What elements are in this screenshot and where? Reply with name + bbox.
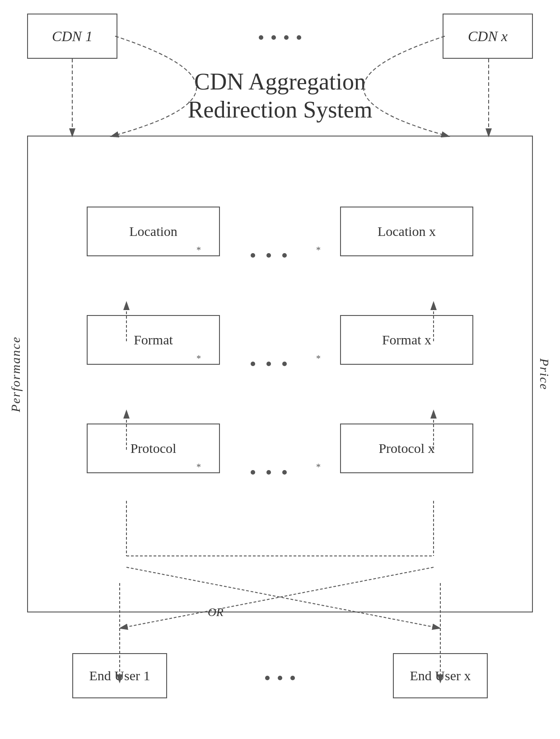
cdn1-box: CDN 1 bbox=[27, 14, 117, 59]
performance-label: Performance bbox=[7, 136, 25, 612]
enduserx-box: End User x bbox=[393, 653, 488, 698]
cdnx-label: CDN x bbox=[468, 28, 508, 45]
or-label: OR bbox=[208, 606, 224, 619]
enduser1-label: End User 1 bbox=[89, 668, 150, 683]
protocol1-label: Protocol bbox=[131, 441, 177, 456]
locationx-label: Location x bbox=[378, 224, 436, 239]
formatx-label: Format x bbox=[382, 332, 431, 348]
protocolx-box: Protocol x bbox=[340, 424, 473, 473]
performance-text: Performance bbox=[9, 336, 23, 412]
protocolx-label: Protocol x bbox=[378, 441, 434, 456]
price-label: Price bbox=[535, 136, 553, 612]
format1-label: Format bbox=[134, 332, 173, 348]
eu-dot3 bbox=[290, 676, 295, 680]
main-title: CDN Aggregation Redirection System bbox=[0, 68, 560, 124]
enduser1-box: End User 1 bbox=[72, 653, 167, 698]
dot1 bbox=[259, 35, 263, 40]
dot3 bbox=[284, 35, 289, 40]
formatx-box: Format x bbox=[340, 315, 473, 365]
enduser-dots bbox=[176, 676, 384, 680]
protocol1-box: Protocol bbox=[87, 424, 220, 473]
locationx-box: Location x bbox=[340, 207, 473, 256]
location1-box: Location bbox=[87, 207, 220, 256]
cdn-dots bbox=[126, 35, 434, 40]
cdn1-label: CDN 1 bbox=[52, 28, 93, 45]
dot4 bbox=[297, 35, 301, 40]
location1-label: Location bbox=[129, 224, 177, 239]
diagram-container: CDN 1 CDN x CDN Aggregation Redirection … bbox=[0, 0, 560, 739]
outer-box: Location Format Protocol Location x Form… bbox=[27, 136, 533, 612]
price-text: Price bbox=[537, 358, 551, 390]
enduserx-label: End User x bbox=[410, 668, 471, 683]
cdnx-box: CDN x bbox=[443, 14, 533, 59]
format1-box: Format bbox=[87, 315, 220, 365]
eu-dot1 bbox=[265, 676, 270, 680]
eu-dot2 bbox=[278, 676, 282, 680]
dot2 bbox=[271, 35, 276, 40]
